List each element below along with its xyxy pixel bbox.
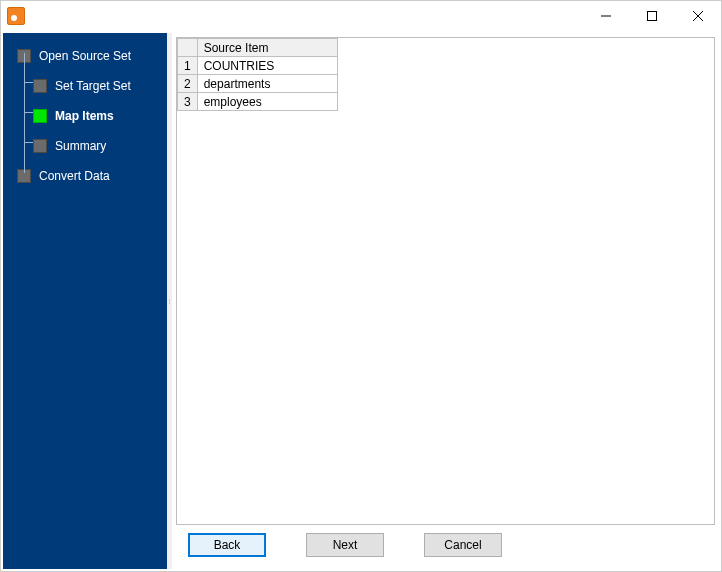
maximize-button[interactable] [629,1,675,31]
step-box-icon [33,139,47,153]
wizard-sidebar: Open Source Set Set Target Set Map Items… [3,33,167,569]
grid-corner [178,39,198,57]
sidebar-item-summary[interactable]: Summary [3,135,167,157]
sidebar-item-label: Convert Data [39,169,110,183]
close-button[interactable] [675,1,721,31]
source-item-cell[interactable]: departments [197,75,337,93]
cancel-button[interactable]: Cancel [424,533,502,557]
sidebar-item-convert-data[interactable]: Convert Data [3,165,167,187]
step-box-icon [33,109,47,123]
table-row[interactable]: 3 employees [178,93,338,111]
app-window: Open Source Set Set Target Set Map Items… [0,0,722,572]
window-controls [583,1,721,31]
window-body: Open Source Set Set Target Set Map Items… [1,31,721,571]
source-item-cell[interactable]: COUNTRIES [197,57,337,75]
back-button[interactable]: Back [188,533,266,557]
next-button[interactable]: Next [306,533,384,557]
row-number: 2 [178,75,198,93]
sidebar-item-label: Open Source Set [39,49,131,63]
sidebar-item-label: Set Target Set [55,79,131,93]
sidebar-item-set-target-set[interactable]: Set Target Set [3,75,167,97]
sidebar-item-map-items[interactable]: Map Items [3,105,167,127]
button-bar: Back Next Cancel [176,525,715,565]
sidebar-item-label: Summary [55,139,106,153]
row-number: 3 [178,93,198,111]
svg-rect-1 [648,12,657,21]
row-number: 1 [178,57,198,75]
sidebar-item-label: Map Items [55,109,114,123]
grid-header-source-item[interactable]: Source Item [197,39,337,57]
main-panel: Source Item 1 COUNTRIES 2 departments [172,33,719,569]
step-box-icon [33,79,47,93]
app-icon [7,7,25,25]
titlebar [1,1,721,31]
minimize-button[interactable] [583,1,629,31]
source-item-grid[interactable]: Source Item 1 COUNTRIES 2 departments [176,37,715,525]
table-row[interactable]: 2 departments [178,75,338,93]
source-item-cell[interactable]: employees [197,93,337,111]
sidebar-item-open-source-set[interactable]: Open Source Set [3,45,167,67]
table-row[interactable]: 1 COUNTRIES [178,57,338,75]
